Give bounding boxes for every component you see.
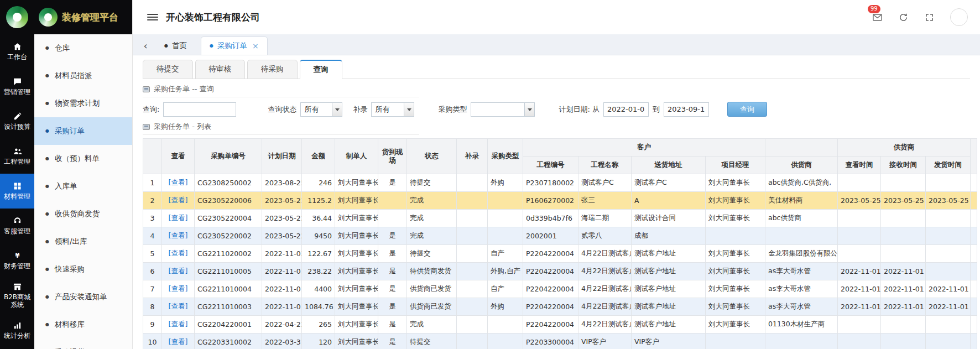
secondary-nav-item[interactable]: ●采购退货 <box>34 338 132 349</box>
table-row[interactable]: 6[查看]CG22110100052022-11-01238.22刘大同董事长是… <box>143 263 977 280</box>
tab-scroll-left-icon[interactable]: ‹ <box>139 38 152 53</box>
secondary-nav-label: 领料/出库 <box>55 237 87 247</box>
col-ship-time[interactable]: 发货时间 <box>926 157 971 174</box>
view-link[interactable]: [查看] <box>169 267 188 275</box>
dropdown-arrow-icon[interactable] <box>404 103 414 116</box>
view-link[interactable]: [查看] <box>169 284 188 293</box>
date-from-input[interactable] <box>603 102 649 117</box>
secondary-nav-item[interactable]: ●领料/出库 <box>34 228 132 256</box>
table-row[interactable]: 4[查看]CG23052200022023-05-229450刘大同董事长是完成… <box>143 227 977 245</box>
primary-nav-label: 财务管理 <box>4 263 30 270</box>
primary-nav-item-headset[interactable]: 客服管理 <box>0 209 34 243</box>
primary-nav-item-home[interactable]: 工作台 <box>0 34 34 69</box>
subtab-0[interactable]: 待提交 <box>143 60 193 79</box>
secondary-nav-item[interactable]: ●材料员指派 <box>34 62 132 90</box>
col-supplier[interactable]: 供货商 <box>765 157 838 174</box>
secondary-nav-item[interactable]: ●快速采购 <box>34 256 132 283</box>
search-button[interactable]: 查询 <box>727 102 767 117</box>
col-creator[interactable]: 制单人 <box>335 139 378 174</box>
tab-active[interactable]: ●采购订单× <box>201 37 268 55</box>
table-row[interactable]: 7[查看]CG22110100042022-11-014400刘大同董事长是供货… <box>143 280 977 298</box>
app-logo[interactable] <box>0 0 34 34</box>
view-link[interactable]: [查看] <box>169 320 188 328</box>
date-to-input[interactable] <box>664 102 709 117</box>
secondary-nav-item[interactable]: ●物资需求计划 <box>34 90 132 117</box>
col-status[interactable]: 状态 <box>407 139 457 174</box>
col-manager[interactable]: 项目经理 <box>706 157 765 174</box>
col-order-no[interactable]: 采购单编号 <box>195 139 262 174</box>
col-receive-time[interactable]: 接收时间 <box>881 157 926 174</box>
cell-amount: 122.67 <box>302 245 335 263</box>
table-row[interactable]: 8[查看]CG22110100032022-11-011084.76刘大同董事长… <box>143 298 977 316</box>
refresh-icon[interactable] <box>898 12 909 23</box>
table-row[interactable]: 3[查看]CG23052200042023-05-2236.44刘大同董事长完成… <box>143 210 977 227</box>
cell-order_no: CG2305220004 <box>195 210 262 227</box>
dropdown-arrow-icon[interactable] <box>524 103 534 116</box>
cell-project_name: 4月22日测试客户 <box>578 263 632 280</box>
secondary-nav-item[interactable]: ●仓库 <box>34 34 132 62</box>
view-link[interactable]: [查看] <box>169 337 188 346</box>
col-supplement[interactable]: 补录 <box>457 139 488 174</box>
subtab-1[interactable]: 待审核 <box>195 60 246 79</box>
chart-icon <box>13 321 22 330</box>
secondary-nav-item[interactable]: ●收（预）料单 <box>34 145 132 173</box>
notification-badge: 99 <box>868 5 880 13</box>
col-view-time[interactable]: 查看时间 <box>838 157 881 174</box>
table-row[interactable]: 9[查看]CG22042200012022-04-22265刘大同董事长是完成P… <box>143 316 977 334</box>
secondary-nav-item[interactable]: ●产品安装通知单 <box>34 283 132 311</box>
col-view[interactable]: 查看 <box>162 139 195 174</box>
status-select[interactable]: 所有 <box>300 102 342 117</box>
query-input[interactable] <box>163 102 236 117</box>
col-amount[interactable]: 金额 <box>302 139 335 174</box>
primary-nav-item-grid[interactable]: 材料管理 <box>0 174 34 209</box>
dropdown-arrow-icon[interactable] <box>332 103 342 116</box>
type-select[interactable] <box>471 102 535 117</box>
table-row[interactable]: 5[查看]CG22110200022022-11-02122.67刘大同董事长是… <box>143 245 977 263</box>
secondary-sidebar: 装修管理平台 ●仓库●材料员指派●物资需求计划●采购订单●收（预）料单●入库单●… <box>34 0 133 349</box>
cell-status: 待供货商发货 <box>407 263 457 280</box>
cell-view_time <box>838 245 881 263</box>
primary-nav-item-edit[interactable]: 设计预算 <box>0 104 34 139</box>
cell-project_no: P2203300004 <box>523 334 578 349</box>
view-link[interactable]: [查看] <box>169 231 188 239</box>
tab-item[interactable]: ●首页 <box>156 37 195 55</box>
col-project-no[interactable]: 工程编号 <box>523 157 578 174</box>
col-project-name[interactable]: 工程名称 <box>578 157 632 174</box>
supplement-select[interactable]: 所有 <box>371 102 414 117</box>
col-address[interactable]: 送货地址 <box>632 157 706 174</box>
cell-ship_time <box>926 263 971 280</box>
cell-view_time <box>838 316 881 334</box>
primary-nav-item-chat[interactable]: 营销管理 <box>0 69 34 104</box>
col-plan-date[interactable]: 计划日期 <box>262 139 302 174</box>
table-row[interactable]: 2[查看]CG23052200062023-05-221125.2刘大同董事长完… <box>143 192 977 210</box>
cell-status: 供货商已发货 <box>407 280 457 298</box>
primary-nav-item-chart[interactable]: 统计分析 <box>0 313 34 348</box>
primary-nav-item-yen[interactable]: ¥财务管理 <box>0 243 34 278</box>
table-row[interactable]: 1[查看]CG23082500022023-08-25246刘大同董事长是待提交… <box>143 174 977 192</box>
subtab-2[interactable]: 待采购 <box>247 60 298 79</box>
cell-creator: 刘大同董事长 <box>335 316 378 334</box>
primary-nav-item-mall[interactable]: B2B商城系统 <box>0 278 34 313</box>
subtab-3[interactable]: 查询 <box>300 60 342 79</box>
table-scrollbar[interactable] <box>971 139 977 174</box>
col-type[interactable]: 采购类型 <box>488 139 523 174</box>
table-row[interactable]: 10[查看]CG22033100022022-03-31120刘大同董事长是待提… <box>143 334 977 349</box>
view-link[interactable]: [查看] <box>169 302 188 310</box>
view-link[interactable]: [查看] <box>169 249 188 257</box>
fullscreen-icon[interactable] <box>924 12 935 23</box>
menu-icon[interactable] <box>147 14 158 20</box>
user-avatar[interactable] <box>950 8 968 26</box>
col-on-site[interactable]: 货到现场 <box>378 139 407 174</box>
secondary-nav-item[interactable]: ●采购订单 <box>34 117 132 145</box>
secondary-nav-item[interactable]: ●入库单 <box>34 173 132 200</box>
mail-icon[interactable]: 99 <box>872 12 883 23</box>
brand-header: 装修管理平台 <box>34 0 132 34</box>
secondary-nav-item[interactable]: ●收供货商发货 <box>34 200 132 228</box>
primary-nav-item-team[interactable]: 工程管理 <box>0 139 34 174</box>
secondary-nav-item[interactable]: ●材料移库 <box>34 311 132 338</box>
view-link[interactable]: [查看] <box>169 196 188 204</box>
tab-close-icon[interactable]: × <box>252 41 259 50</box>
view-link[interactable]: [查看] <box>169 178 188 186</box>
view-link[interactable]: [查看] <box>169 213 188 222</box>
tab-bar: ‹ ●首页●采购订单× <box>133 34 980 55</box>
